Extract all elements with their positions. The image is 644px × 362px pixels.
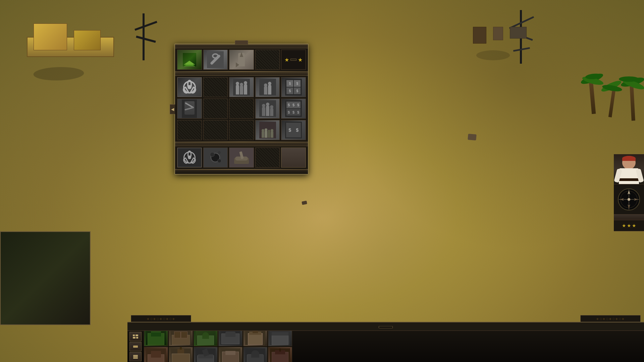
money-item-1[interactable]: $ $ $ $	[281, 77, 306, 97]
empty-slot-1	[255, 50, 280, 70]
structure-topleft	[27, 13, 114, 57]
people-item-3[interactable]	[255, 99, 280, 119]
people-item-2[interactable]	[255, 77, 280, 97]
hud-money-bar	[127, 322, 644, 331]
svg-point-17	[628, 198, 630, 201]
crater-item[interactable]	[203, 147, 228, 168]
section3-row	[175, 146, 308, 169]
grid-row-3: $$	[177, 120, 306, 140]
unit-cell-7[interactable]	[144, 347, 168, 362]
missile-icon	[229, 50, 254, 69]
hud-ornament-left: ◈ ◇ ◈ ◇ ◈ ◇ ◈ ◇ ◈	[147, 317, 175, 320]
people-icon-4	[256, 120, 280, 140]
empty-5star-slot	[255, 147, 280, 168]
money-display	[379, 326, 393, 328]
dropdown-button[interactable]	[281, 147, 306, 168]
compass[interactable]	[614, 184, 644, 215]
unit-icon-12	[268, 347, 292, 362]
minimap	[0, 231, 91, 325]
unit-icon-2	[169, 331, 193, 346]
star-3: ★	[632, 223, 636, 228]
unit-icon-7	[144, 347, 168, 362]
grid-row-1: $ $ $ $	[177, 77, 306, 97]
star-left: ★	[284, 57, 289, 63]
empty-3s-r3c2	[203, 120, 228, 140]
empty-3s-r2c2	[203, 99, 228, 119]
derrick-topleft	[131, 7, 161, 60]
unit-cell-2[interactable]	[169, 331, 193, 346]
empty-3s-r3c1	[177, 120, 202, 140]
money-item-3[interactable]: $$	[281, 120, 306, 140]
people-icon-2	[256, 77, 280, 97]
missile-item[interactable]	[229, 50, 254, 70]
section2-grid: $ $ $ $	[175, 76, 308, 141]
star-counter: ★ ★	[281, 50, 306, 70]
biohazard-item[interactable]	[177, 77, 202, 97]
grid-row-2: $$$ $$$	[177, 99, 306, 119]
section3-header	[175, 142, 308, 146]
people-icon-3	[256, 99, 280, 118]
dialog-collapse-arrow[interactable]: ◀	[170, 104, 175, 114]
commander-portrait	[614, 154, 644, 184]
hud-units-row	[127, 331, 644, 362]
right-star-rating: ★ ★ ★	[614, 220, 644, 231]
unit-icon-3	[194, 331, 217, 346]
ground-obj-3	[468, 134, 476, 140]
star-right: ★	[298, 57, 303, 63]
svg-rect-3	[136, 337, 138, 339]
list-icon	[132, 354, 139, 359]
unit-icon-4	[219, 331, 242, 346]
unit-cell-4[interactable]	[218, 331, 243, 346]
unit-cell-9[interactable]	[194, 347, 218, 362]
rank-item[interactable]	[177, 50, 202, 70]
hud-btn-1[interactable]	[129, 332, 142, 341]
unit-cell-1[interactable]	[144, 331, 168, 346]
people-item-1[interactable]	[229, 77, 254, 97]
rank-icon	[177, 50, 202, 69]
unit-cell-11[interactable]	[243, 347, 267, 362]
money-icon-1: $ $ $ $	[281, 77, 306, 97]
unit-cell-12[interactable]	[268, 347, 292, 362]
right-dropdown-button[interactable]	[614, 215, 644, 220]
dialog-footer	[175, 170, 308, 174]
dialog-tab	[235, 40, 248, 44]
repair-item[interactable]	[203, 50, 228, 70]
money-item-2[interactable]: $$$ $$$	[281, 99, 306, 119]
people-item-4[interactable]	[255, 120, 280, 140]
xray-item[interactable]	[177, 99, 202, 119]
svg-rect-1	[136, 335, 138, 336]
hud-btn-2[interactable]	[129, 342, 142, 351]
empty-3s-r2c3	[229, 99, 254, 119]
ground-shadow2	[476, 50, 510, 60]
unit-icon-8	[169, 347, 193, 362]
biohazard-5star-icon	[177, 148, 202, 167]
svg-rect-2	[133, 337, 136, 339]
right-panel: ★ ★ ★	[614, 154, 644, 231]
unit-icon-11	[244, 347, 267, 362]
unit-icon-1	[144, 331, 168, 346]
unit-cell-5[interactable]	[243, 331, 267, 346]
unit-cell-8[interactable]	[169, 347, 193, 362]
section1-row: ★ ★	[175, 48, 308, 71]
unit-cell-10[interactable]	[218, 347, 243, 362]
section1-header	[175, 44, 308, 48]
svg-rect-6	[133, 355, 138, 356]
unit-icon-9	[194, 347, 217, 362]
unit-icon-5	[244, 331, 267, 346]
cannon-5star-item[interactable]	[229, 147, 254, 168]
unit-icon-10	[219, 347, 242, 362]
biohazard-5star-item[interactable]	[177, 147, 202, 168]
hud-btn-3[interactable]	[129, 352, 142, 361]
svg-rect-8	[133, 358, 138, 359]
empty-3s-r3c3	[229, 120, 254, 140]
resize-icon	[132, 344, 139, 349]
svg-rect-7	[133, 356, 138, 357]
star-1: ★	[622, 223, 626, 228]
upgrade-dialog: ◀	[174, 44, 309, 175]
compass-icon	[617, 188, 641, 211]
empty-3s-r1c2	[203, 77, 228, 97]
star-2: ★	[627, 223, 631, 228]
unit-cell-3[interactable]	[194, 331, 218, 346]
unit-cell-6[interactable]	[268, 331, 292, 346]
people-icon-1	[229, 77, 254, 97]
